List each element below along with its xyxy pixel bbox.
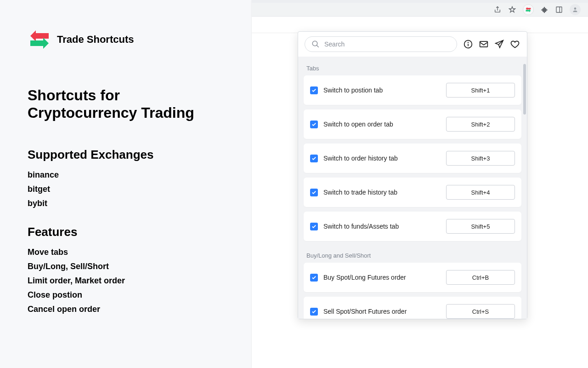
- shortcut-row: Buy Spot/Long Futures order Ctrl+B: [304, 263, 521, 292]
- mail-icon[interactable]: [479, 40, 488, 49]
- shortcut-checkbox[interactable]: [310, 308, 318, 316]
- supported-title: Supported Exchanges: [28, 148, 224, 162]
- shortcut-key-input[interactable]: Shift+2: [446, 117, 515, 132]
- search-input-wrapper[interactable]: [305, 36, 457, 52]
- svg-point-2: [574, 7, 577, 10]
- shortcut-label: Switch to funds/Assets tab: [323, 223, 441, 230]
- panel-icon[interactable]: [555, 6, 563, 14]
- feature-item: Close postion: [28, 290, 224, 300]
- logo-icon: [28, 29, 51, 50]
- svg-line-4: [317, 45, 319, 47]
- shortcut-checkbox[interactable]: [310, 155, 318, 162]
- send-icon[interactable]: [495, 40, 504, 49]
- exchange-item: bitget: [28, 184, 224, 194]
- svg-point-7: [468, 42, 469, 43]
- shortcut-checkbox[interactable]: [310, 121, 318, 128]
- shortcut-checkbox[interactable]: [310, 274, 318, 282]
- puzzle-icon[interactable]: [540, 6, 548, 14]
- shortcut-row: Switch to order history tab Shift+3: [304, 144, 521, 173]
- exchange-item: bybit: [28, 199, 224, 208]
- page-headline: Shortcuts for Cryptocurrency Trading: [28, 86, 224, 122]
- svg-rect-0: [556, 7, 562, 12]
- shortcut-key-input[interactable]: Shift+3: [446, 151, 515, 166]
- feature-item: Limit order, Market order: [28, 276, 224, 286]
- scrollbar[interactable]: [523, 64, 526, 115]
- shortcut-row: Switch to trade history tab Shift+4: [304, 178, 521, 207]
- extension-icon[interactable]: [523, 4, 534, 15]
- shortcut-label: Switch to order history tab: [323, 155, 441, 162]
- shortcut-key-input[interactable]: Shift+4: [446, 185, 515, 200]
- group-label-tabs: Tabs: [304, 58, 521, 75]
- search-icon: [311, 40, 320, 48]
- info-icon[interactable]: [464, 40, 473, 49]
- brand-logo: Trade Shortcuts: [28, 29, 224, 50]
- shortcut-key-input[interactable]: Shift+5: [446, 219, 515, 234]
- features-title: Features: [28, 225, 224, 239]
- shortcut-row: Switch to postion tab Shift+1: [304, 75, 521, 105]
- svg-point-3: [312, 41, 317, 46]
- search-input[interactable]: [324, 40, 450, 48]
- feature-item: Move tabs: [28, 247, 224, 257]
- exchange-item: binance: [28, 170, 224, 180]
- browser-preview: Tabs Switch to postion tab Shift+1 Switc…: [252, 0, 588, 368]
- shortcut-label: Switch to open order tab: [323, 121, 441, 128]
- shortcut-label: Buy Spot/Long Futures order: [323, 274, 441, 281]
- heart-icon[interactable]: [510, 40, 520, 49]
- shortcut-key-input[interactable]: Shift+1: [446, 83, 515, 98]
- shortcut-label: Switch to trade history tab: [323, 189, 441, 196]
- shortcut-row: Switch to funds/Assets tab Shift+5: [304, 212, 521, 241]
- shortcut-label: Switch to postion tab: [323, 86, 441, 94]
- shortcut-checkbox[interactable]: [310, 86, 318, 94]
- shortcut-checkbox[interactable]: [310, 189, 318, 196]
- shortcut-row: Switch to open order tab Shift+2: [304, 109, 521, 139]
- extension-popup: Tabs Switch to postion tab Shift+1 Switc…: [298, 31, 527, 319]
- feature-item: Cancel open order: [28, 305, 224, 314]
- share-icon[interactable]: [493, 6, 502, 14]
- browser-toolbar: [252, 3, 588, 17]
- avatar-icon[interactable]: [570, 4, 581, 15]
- svg-rect-8: [480, 41, 488, 47]
- shortcut-label: Sell Spot/Short Futures order: [323, 308, 441, 315]
- shortcut-key-input[interactable]: Ctrl+S: [446, 304, 515, 319]
- feature-item: Buy/Long, Sell/Short: [28, 262, 224, 271]
- shortcut-checkbox[interactable]: [310, 223, 318, 230]
- brand-name: Trade Shortcuts: [57, 34, 134, 46]
- group-label-buysell: Buy/Long and Sell/Short: [304, 246, 521, 263]
- shortcut-row: Sell Spot/Short Futures order Ctrl+S: [304, 297, 521, 319]
- shortcut-key-input[interactable]: Ctrl+B: [446, 270, 515, 285]
- star-icon[interactable]: [508, 6, 516, 14]
